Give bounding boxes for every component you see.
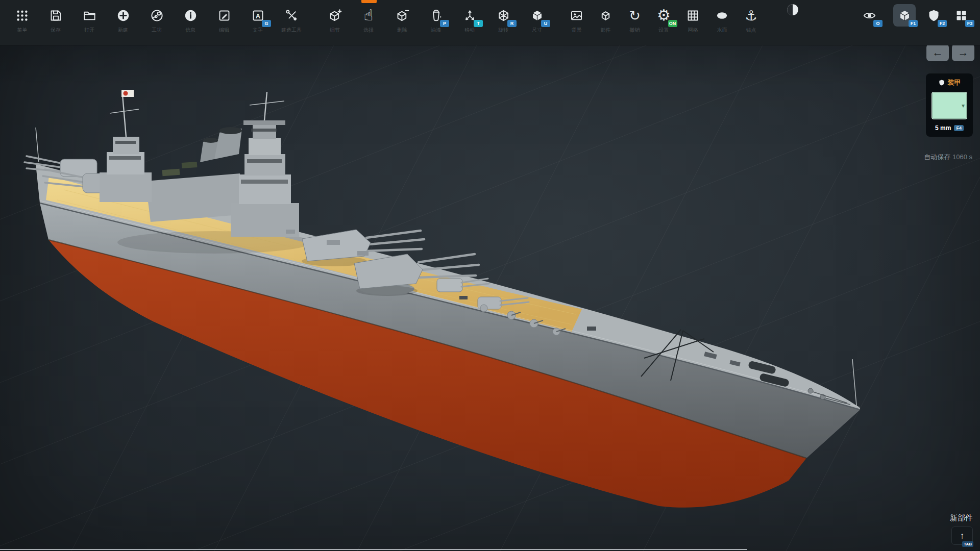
toolbar-water-button[interactable]: 水面 — [707, 0, 737, 34]
toolbar-rotate-button[interactable]: R旋转 — [486, 0, 520, 34]
toolbar-info-button[interactable]: 信息 — [174, 0, 207, 34]
toolbar-add-part-button[interactable]: 细节 — [318, 0, 352, 34]
view-orientation-indicator[interactable] — [786, 3, 799, 16]
armor-thickness-row: 5 mm F4 — [935, 124, 964, 132]
cube-plus-icon — [324, 4, 346, 27]
battleship-model — [0, 0, 980, 551]
autosave-status: 自动保存 1060 s — [924, 153, 972, 162]
toolbar-item-label: 部件 — [601, 27, 611, 34]
rotate-hotkey-badge: R — [507, 20, 517, 27]
toolbar-item-label: 工坊 — [152, 27, 162, 34]
steam-icon — [145, 4, 168, 27]
cube-solid-icon: U — [526, 4, 548, 27]
quad-icon: F3 — [950, 4, 972, 27]
toolbar-paint-button[interactable]: P油漆 — [419, 0, 453, 34]
cube-solid-icon: F1 — [893, 4, 916, 27]
grid9-icon — [11, 4, 33, 27]
scale-hotkey-badge: U — [541, 20, 550, 27]
letter-a-icon: AG — [247, 4, 269, 27]
history-forward-button[interactable]: → — [952, 44, 974, 61]
toolbar-item-label: 细节 — [330, 27, 340, 34]
toolbar-sections-view-button[interactable]: F3 — [949, 4, 973, 27]
toolbar-new-button[interactable]: 新建 — [106, 0, 140, 34]
toolbar-item-label: 水面 — [717, 27, 727, 34]
ship — [24, 90, 860, 508]
toolbar-blocks-view-button[interactable]: F1 — [893, 4, 916, 27]
armor-hotkey-badge: F4 — [954, 125, 964, 131]
toolbar-blocks-button[interactable]: 部件 — [591, 0, 620, 34]
toolbar-item-label: 建造工具 — [281, 27, 302, 34]
cube-minus-icon — [391, 4, 413, 27]
3d-viewport[interactable] — [0, 0, 980, 551]
bucket-icon: P — [425, 4, 447, 27]
toolbar-item-label: 移动 — [464, 27, 475, 34]
armor-thickness-value: 5 mm — [935, 124, 951, 132]
toolbar-item-label: 保存 — [51, 27, 61, 34]
toolbar-save-button[interactable]: 保存 — [39, 0, 72, 34]
eye-icon: O — [858, 4, 880, 27]
toolbar-item-label: 菜单 — [17, 27, 27, 34]
wire-cube-icon: R — [492, 4, 514, 27]
toolbar-right-group: OF1F2F3 — [857, 0, 980, 27]
toolbar-item-label: 编辑 — [219, 27, 229, 34]
toolbar-select-button[interactable]: ☝选择 — [352, 0, 385, 34]
toolbar-undo-button[interactable]: ↻撤销 — [620, 0, 649, 34]
grid4-icon — [682, 4, 704, 27]
toolbar-anchor-button[interactable]: ⚓锚点 — [737, 0, 766, 34]
toolbar-armor-view-button[interactable]: F2 — [922, 4, 945, 27]
toolbar-visibility-button[interactable]: O — [857, 4, 881, 27]
toolbar-scale-button[interactable]: U尺寸 — [520, 0, 554, 34]
toolbar-item-label: 选择 — [363, 27, 374, 34]
gizmo-icon: T — [458, 4, 481, 27]
toolbar-item-label: 锚点 — [746, 27, 756, 34]
toolbar-item-label: 打开 — [84, 27, 94, 34]
toolbar-open-button[interactable]: 打开 — [72, 0, 106, 34]
horizontal-scrollbar[interactable] — [0, 549, 747, 550]
toolbar-item-label: 撤销 — [630, 27, 640, 34]
toolbar-item-label: 信息 — [185, 27, 195, 34]
tab-hotkey-badge: TAB — [962, 541, 973, 547]
move-hotkey-badge: T — [474, 20, 483, 27]
shield-icon — [938, 79, 945, 86]
sections-view-hotkey-badge: F3 — [965, 20, 974, 27]
toolbar-rename-button[interactable]: 编辑 — [207, 0, 241, 34]
toolbar-move-button[interactable]: T移动 — [453, 0, 486, 34]
right-arrow-icon: → — [958, 46, 969, 59]
chevron-down-icon: ▾ — [962, 102, 965, 109]
nav-arrows: ← → — [926, 44, 974, 61]
toolbar-background-button[interactable]: 背景 — [562, 0, 591, 34]
editor-screen: 菜单保存打开新建工坊信息编辑AG文字建造工具细节☝选择删除P油漆T移动R旋转U尺… — [0, 0, 980, 551]
settings-hotkey-badge: ON — [668, 20, 677, 27]
gear-icon: ⚙ON — [653, 4, 675, 27]
blocks-view-hotkey-badge: F1 — [909, 20, 918, 27]
toolbar-item-label: 文字 — [253, 27, 263, 34]
toolbar-item-label: 删除 — [397, 27, 407, 34]
visibility-hotkey-badge: O — [873, 20, 883, 27]
paint-hotkey-badge: P — [440, 20, 449, 27]
armor-view-hotkey-badge: F2 — [938, 20, 947, 27]
top-toolbar: 菜单保存打开新建工坊信息编辑AG文字建造工具细节☝选择删除P油漆T移动R旋转U尺… — [0, 0, 980, 45]
plus-circle-icon — [112, 4, 134, 27]
toolbar-settings-button[interactable]: ⚙ON设置 — [649, 0, 678, 34]
autosave-label: 自动保存 — [924, 153, 950, 161]
image-icon — [566, 4, 588, 27]
svg-text:A: A — [255, 12, 260, 19]
left-arrow-icon: ← — [933, 46, 943, 59]
cube-small-icon — [595, 4, 617, 27]
new-part-label: 新部件 — [950, 513, 973, 523]
history-back-button[interactable]: ← — [926, 44, 949, 61]
toolbar-build-tools-button[interactable]: 建造工具 — [275, 0, 308, 34]
toolbar-remove-part-button[interactable]: 删除 — [385, 0, 419, 34]
toolbar-item-label: 旋转 — [498, 27, 508, 34]
tools-icon — [280, 4, 303, 27]
folder-icon — [78, 4, 101, 27]
toolbar-text-decal-button[interactable]: AG文字 — [241, 0, 275, 34]
redo-arrow-icon: ↻ — [624, 4, 646, 27]
toolbar-menu-button[interactable]: 菜单 — [5, 0, 39, 34]
toolbar-workshop-button[interactable]: 工坊 — [140, 0, 174, 34]
pencil-icon — [213, 4, 235, 27]
armor-color-dropdown[interactable]: ▾ — [932, 92, 967, 119]
toolbar-item-label: 设置 — [659, 27, 669, 34]
toolbar-grid-button[interactable]: 网格 — [678, 0, 707, 34]
new-part-button[interactable]: ↑ TAB — [951, 527, 973, 545]
